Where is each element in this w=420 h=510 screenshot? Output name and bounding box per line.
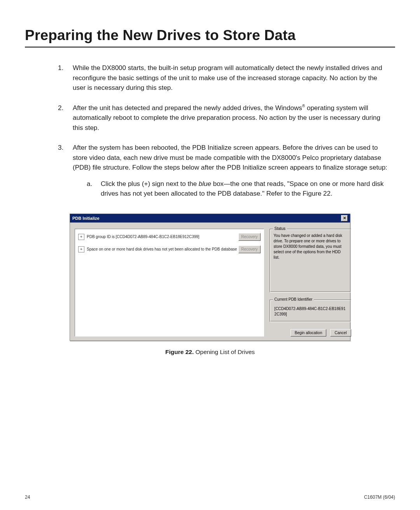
status-text: You have changed or added a hard disk dr… [274,233,347,260]
doc-id: C1607M (6/04) [364,494,395,500]
dialog-body: + PDB group ID is [CCD4D072-AB89-484C-B1… [70,223,350,340]
step-number: 1. [58,63,73,93]
drive-list-row: + Space on one or more hard disk drives … [78,245,261,253]
status-label: Status [273,226,287,231]
identifier-label: Current PDB Identifier [273,297,314,301]
row-text: Space on one or more hard disk drives ha… [84,247,238,252]
drive-list-row: + PDB group ID is [CCD4D072-AB89-484C-B1… [78,233,261,241]
figure-label: Figure 22. [165,349,194,355]
begin-allocation-button[interactable]: Begin allocation [290,329,327,336]
substep-text: Click the plus (+) sign next to the blue… [101,179,388,199]
substep-number: a. [87,179,101,199]
step-number: 2. [58,103,73,133]
step-text: After the system has been rebooted, the … [73,144,387,171]
expand-plus-icon[interactable]: + [78,234,84,240]
page-number: 24 [25,494,30,500]
ordered-steps: 1. While the DX8000 starts, the built-in… [25,63,395,199]
page-footer: 24 C1607M (6/04) [25,494,395,500]
step-2: 2. After the unit has detected and prepa… [58,103,388,133]
drive-list-panel: + PDB group ID is [CCD4D072-AB89-484C-B1… [75,229,264,336]
substep-a: a. Click the plus (+) sign next to the b… [87,179,388,199]
row-text: PDB group ID is [CCD4D072-AB89-484C-B1C2… [84,234,238,240]
pdb-initialize-dialog: PDB Initialize ✕ + PDB group ID is [CCD4… [70,214,350,341]
expand-plus-icon[interactable]: + [78,246,84,252]
step-text-pre: After the unit has detected and prepared… [73,104,302,112]
dialog-title: PDB Initialize [72,216,100,221]
recovery-button[interactable]: Recovery [238,245,260,253]
step-body: After the system has been rebooted, the … [73,143,388,199]
step-number: 3. [58,143,73,199]
step-1: 1. While the DX8000 starts, the built-in… [58,63,388,93]
figure-22: PDB Initialize ✕ + PDB group ID is [CCD4… [25,214,395,356]
status-group: Status You have changed or added a hard … [270,229,351,293]
right-column: Status You have changed or added a hard … [270,229,351,336]
close-icon[interactable]: ✕ [341,215,348,221]
dialog-titlebar: PDB Initialize ✕ [70,214,350,223]
identifier-value: [CCD4D072-AB89-484C-B1C2-EB18E912C399] [274,304,347,317]
figure-caption-text: Opening List of Drives [194,349,255,355]
figure-caption: Figure 22. Opening List of Drives [25,349,395,356]
page-heading: Preparing the New Drives to Store Data [25,27,395,47]
identifier-group: Current PDB Identifier [CCD4D072-AB89-48… [270,300,351,322]
blue-italic: blue [199,180,211,188]
step-text: While the DX8000 starts, the built-in se… [73,63,388,93]
recovery-button[interactable]: Recovery [238,233,260,241]
step-3: 3. After the system has been rebooted, t… [58,143,388,199]
step-text: After the unit has detected and prepared… [73,103,388,133]
cancel-button[interactable]: Cancel [330,329,351,336]
dialog-button-row: Begin allocation Cancel [270,329,351,336]
substep-pre: Click the plus (+) sign next to the [101,180,199,188]
